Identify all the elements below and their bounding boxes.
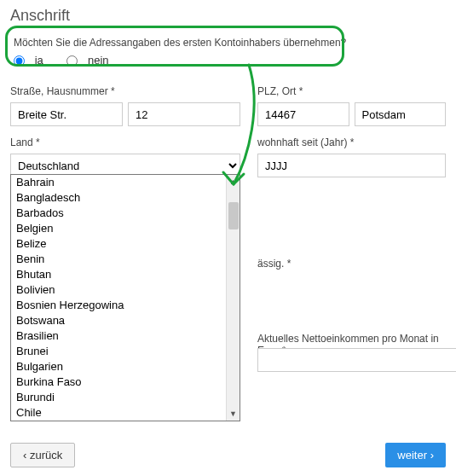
copy-address-question: Möchten Sie die Adressangaben des ersten… — [10, 32, 446, 75]
country-label: Land * — [10, 136, 240, 148]
country-option[interactable]: Bahrain — [11, 175, 240, 190]
plz-input[interactable] — [257, 102, 349, 126]
radio-yes-text: ja — [35, 54, 43, 67]
scroll-up-icon[interactable]: ▲ — [227, 175, 240, 189]
section-title: Anschrift — [10, 7, 446, 25]
tax-residency-label-fragment: ässig. * — [257, 258, 291, 270]
radio-no-text: nein — [88, 54, 109, 67]
country-option[interactable]: Brunei — [11, 344, 240, 359]
next-button[interactable]: weiter › — [385, 443, 446, 467]
country-option[interactable]: Bangladesch — [11, 190, 240, 206]
plz-ort-label: PLZ, Ort * — [257, 85, 446, 97]
radio-yes[interactable] — [14, 55, 25, 67]
copy-address-question-text: Möchten Sie die Adressangaben des ersten… — [14, 37, 442, 49]
country-option[interactable]: Chile — [11, 405, 240, 421]
country-option[interactable]: Bulgarien — [11, 359, 240, 374]
country-option[interactable]: Belgien — [11, 221, 240, 236]
country-option[interactable]: Belize — [11, 236, 240, 252]
scroll-thumb[interactable] — [228, 202, 239, 229]
income-input[interactable] — [257, 348, 456, 372]
resident-since-input[interactable] — [257, 154, 446, 177]
chevron-right-icon: › — [430, 449, 434, 461]
country-option[interactable]: Botswana — [11, 313, 240, 328]
radio-no-label[interactable]: nein — [66, 54, 108, 67]
country-option[interactable]: Bhutan — [11, 267, 240, 282]
country-dropdown-list[interactable]: BahrainBangladeschBarbadosBelgienBelizeB… — [10, 174, 240, 421]
next-button-label: weiter — [397, 449, 427, 461]
house-number-input[interactable] — [128, 102, 240, 126]
country-option[interactable]: Burundi — [11, 390, 240, 405]
country-option[interactable]: Benin — [11, 252, 240, 267]
street-label: Straße, Hausnummer * — [10, 85, 240, 97]
dropdown-scrollbar[interactable]: ▲ ▼ — [226, 175, 240, 421]
country-option[interactable]: Bolivien — [11, 282, 240, 298]
back-button-label: zurück — [30, 449, 62, 461]
country-option[interactable]: Bosnien Herzegowina — [11, 298, 240, 313]
country-option[interactable]: Burkina Faso — [11, 374, 240, 390]
country-option[interactable]: Barbados — [11, 206, 240, 221]
ort-input[interactable] — [355, 102, 447, 126]
scroll-down-icon[interactable]: ▼ — [227, 407, 240, 421]
resident-since-label: wohnhaft seit (Jahr) * — [257, 136, 446, 148]
back-button[interactable]: ‹ zurück — [10, 443, 75, 467]
street-input[interactable] — [10, 102, 123, 126]
radio-no[interactable] — [66, 55, 78, 67]
chevron-left-icon: ‹ — [23, 449, 26, 461]
radio-yes-label[interactable]: ja — [14, 54, 46, 67]
country-option[interactable]: Brasilien — [11, 328, 240, 344]
